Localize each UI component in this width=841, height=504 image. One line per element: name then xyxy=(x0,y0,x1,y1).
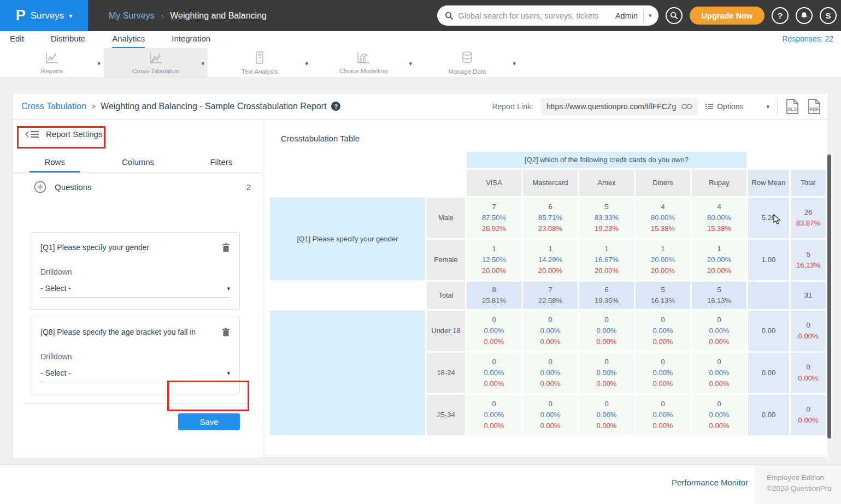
breadcrumb-separator-icon: › xyxy=(161,11,164,20)
report-link-url[interactable]: https://www.questionpro.com/t/lFFCZg xyxy=(546,102,676,111)
report-link-field[interactable]: https://www.questionpro.com/t/lFFCZg xyxy=(541,98,698,115)
question-card: [Q1] Please specify your genderDrilldown… xyxy=(31,232,240,310)
export-pdf-button[interactable]: PDF xyxy=(807,98,821,115)
toolbar-choice-modelling[interactable]: Choice Modelling▾ xyxy=(311,48,415,78)
options-button[interactable]: Options xyxy=(705,102,743,111)
crosstab-table: [Q2] which of the following credit cards… xyxy=(268,150,827,437)
spacer-cell xyxy=(270,282,425,309)
chevron-down-icon[interactable]: ▾ xyxy=(305,60,308,67)
crosstab-cell: 112.50%20.00% xyxy=(467,240,521,280)
delete-question-icon[interactable] xyxy=(222,243,230,254)
report-title: Weighting and Balancing - Sample Crossta… xyxy=(101,102,326,111)
row-mean-cell: 0.00 xyxy=(748,311,789,351)
chevron-down-icon: ▾ xyxy=(227,370,230,377)
row-mean-cell: 0.00 xyxy=(748,395,789,435)
crosstab-cell: 00.00%0.00% xyxy=(579,353,634,393)
drilldown-select[interactable]: - Select -▾ xyxy=(40,284,230,298)
toolbar-cross-tabulation[interactable]: Cross-Tabulation▾ xyxy=(104,48,208,78)
chevron-down-icon: ▾ xyxy=(227,285,230,292)
question-card: [Q8] Please specify the age bracket you … xyxy=(31,317,240,394)
crosstab-area: Crosstabulation Table [Q2] which of the … xyxy=(264,120,828,458)
breadcrumb: My Surveys › Weighting and Balancing xyxy=(109,11,267,21)
options-caret-icon[interactable]: ▾ xyxy=(766,103,769,110)
chevron-down-icon[interactable]: ▾ xyxy=(513,60,516,67)
save-button[interactable]: Save xyxy=(178,413,240,430)
nav-tab-analytics[interactable]: Analytics xyxy=(112,31,145,48)
settings-divider xyxy=(23,403,253,404)
nav-tab-integration[interactable]: Integration xyxy=(172,31,210,48)
crosstab-cell: 00.00%0.00% xyxy=(523,395,578,435)
total-header: Total xyxy=(791,170,826,196)
breadcrumb-my-surveys[interactable]: My Surveys xyxy=(109,11,155,21)
column-header: Rupay xyxy=(692,170,746,196)
cross-tabulation-link[interactable]: Cross Tabulation xyxy=(21,102,86,111)
crosstab-cell: 00.00%0.00% xyxy=(692,395,746,435)
avatar[interactable]: S xyxy=(820,7,837,24)
notifications-button[interactable] xyxy=(796,7,813,24)
settings-tab-filters[interactable]: Filters xyxy=(180,154,263,172)
nav-tab-edit[interactable]: Edit xyxy=(10,31,24,48)
crosstab-cell: 00.00%0.00% xyxy=(467,395,521,435)
spacer-cell xyxy=(270,170,465,196)
crosstab-cell: 00.00%0.00% xyxy=(692,311,746,351)
add-question-icon[interactable] xyxy=(34,181,46,193)
chevron-down-icon[interactable]: ▾ xyxy=(97,60,101,67)
link-icon[interactable] xyxy=(681,103,692,110)
questionpro-app: P Surveys ▾ My Surveys › Weighting and B… xyxy=(0,0,841,504)
copyright-label: ©2020 QuestionPro xyxy=(767,483,841,494)
settings-tab-rows[interactable]: Rows xyxy=(13,154,96,172)
search-submit-button[interactable] xyxy=(666,7,683,24)
row-label: 25-34 xyxy=(427,395,465,435)
row-question-cell: [Q1] Please specify your gender xyxy=(270,198,425,280)
search-icon xyxy=(670,11,678,20)
row-label: 18-24 xyxy=(427,353,465,393)
crosstab-title: Crosstabulation Table xyxy=(281,134,360,143)
breadcrumb-current-survey: Weighting and Balancing xyxy=(170,11,267,21)
questions-count-badge: 2 xyxy=(246,182,251,192)
export-divider xyxy=(777,98,778,115)
row-mean-cell: 5.20 xyxy=(748,198,789,238)
product-switcher[interactable]: P Surveys ▾ xyxy=(0,0,88,31)
chevron-down-icon[interactable]: ▾ xyxy=(409,60,412,67)
crosstab-cell: 00.00%0.00% xyxy=(579,311,634,351)
questions-row[interactable]: Questions 2 xyxy=(34,180,251,194)
settings-tabs: RowsColumnsFilters xyxy=(13,154,263,173)
svg-text:XLS: XLS xyxy=(788,106,797,112)
performance-monitor-link[interactable]: Performance Monitor xyxy=(672,478,748,487)
crosstab-cell: 685.71%23.08% xyxy=(523,198,578,238)
nav-tab-distribute[interactable]: Distribute xyxy=(51,31,85,48)
toolbar-text-analysis[interactable]: Text Analysis▾ xyxy=(208,48,311,78)
global-search-input[interactable]: Global search for users, surveys, ticket… xyxy=(437,5,658,26)
vertical-scrollbar[interactable] xyxy=(827,155,831,438)
help-button[interactable]: ? xyxy=(772,7,789,24)
toolbar-label: Cross-Tabulation xyxy=(132,68,179,74)
total-cell: 619.35% xyxy=(579,282,634,309)
chevron-down-icon[interactable]: ▾ xyxy=(201,60,204,67)
report-panel: Cross Tabulation > Weighting and Balanci… xyxy=(13,93,828,458)
crosstab-cell: 120.00%20.00% xyxy=(692,240,746,280)
help-icon[interactable]: ? xyxy=(331,102,340,111)
crosstab-cell: 00.00%0.00% xyxy=(636,395,690,435)
search-icon xyxy=(445,11,454,20)
toolbar-manage-data[interactable]: Manage Data▾ xyxy=(415,48,519,78)
upgrade-now-button[interactable]: Upgrade Now xyxy=(690,7,764,25)
crosstab-cell: 583.33%19.23% xyxy=(579,198,634,238)
export-xls-button[interactable]: XLS xyxy=(785,98,799,115)
question-card-title: [Q1] Please specify your gender xyxy=(40,243,222,252)
row-label: Male xyxy=(427,198,465,238)
responses-count[interactable]: Responses: 22 xyxy=(783,34,833,43)
column-header: VISA xyxy=(467,170,521,196)
row-label: Under 18 xyxy=(427,311,465,351)
settings-tab-columns[interactable]: Columns xyxy=(96,154,179,172)
delete-question-icon[interactable] xyxy=(222,328,230,339)
search-placeholder: Global search for users, surveys, ticket… xyxy=(458,11,615,20)
toolbar-reports[interactable]: Reports▾ xyxy=(0,48,104,78)
report-settings-toggle[interactable]: Report Settings xyxy=(25,129,102,139)
report-settings-label: Report Settings xyxy=(46,129,102,139)
drilldown-select[interactable]: - Select -▾ xyxy=(40,369,230,382)
search-scope-label[interactable]: Admin xyxy=(615,11,643,20)
grand-total-cell: 31 xyxy=(791,282,826,309)
drilldown-select-value: - Select - xyxy=(40,369,227,377)
search-scope-caret-icon[interactable]: ▾ xyxy=(649,12,652,19)
collapse-menu-icon xyxy=(25,130,39,139)
